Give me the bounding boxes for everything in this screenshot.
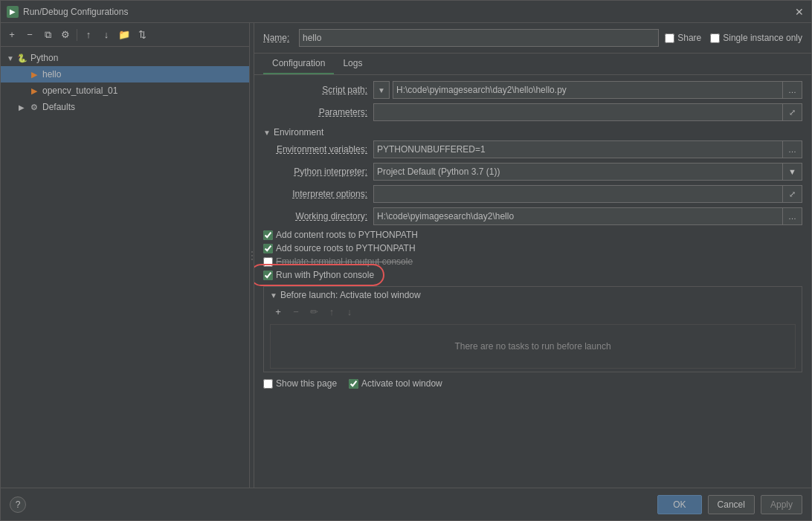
before-launch-up-btn[interactable]: ↑ (323, 303, 340, 320)
environment-arrow-icon: ▼ (263, 129, 271, 137)
sort-button[interactable]: ⇅ (134, 27, 150, 43)
tree-item-opencv[interactable]: ▶ opencv_tutorial_01 (1, 82, 249, 99)
single-instance-checkbox[interactable] (710, 33, 720, 43)
tab-logs[interactable]: Logs (334, 54, 371, 74)
add-content-roots-label[interactable]: Add content roots to PYTHONPATH (263, 230, 418, 240)
script-path-dropdown-btn[interactable]: ▼ (373, 81, 390, 99)
share-checkbox-label[interactable]: Share (665, 33, 701, 43)
show-page-label[interactable]: Show this page (263, 378, 337, 389)
config-tree: ▼ 🐍 Python ▶ hello ▶ opencv_tutorial_01 (1, 47, 249, 488)
bottom-checkboxes: Show this page Activate tool window (263, 378, 802, 389)
dialog-icon: ▶ (7, 6, 19, 18)
emulate-terminal-checkbox[interactable] (263, 257, 273, 267)
run-python-console-row: Run with Python console (263, 270, 802, 280)
run-debug-dialog: ▶ Run/Debug Configurations ✕ + − ⧉ ⚙ ↑ ↓… (0, 0, 812, 521)
env-variables-browse-btn[interactable]: … (783, 140, 802, 158)
python-interpreter-label: Python interpreter: (263, 166, 367, 177)
env-variables-input-group: … (373, 140, 802, 158)
run-python-console-checkbox[interactable] (263, 271, 273, 280)
title-bar: ▶ Run/Debug Configurations ✕ (1, 1, 811, 23)
single-instance-label: Single instance only (723, 33, 802, 43)
interpreter-options-input-group: ⤢ (373, 185, 802, 203)
python-interpreter-dropdown-btn[interactable]: ▼ (783, 163, 802, 181)
interpreter-options-input[interactable] (373, 185, 783, 203)
add-content-roots-row: Add content roots to PYTHONPATH (263, 230, 802, 240)
env-variables-row: Environment variables: … (263, 140, 802, 158)
footer-right: OK Cancel Apply (657, 495, 802, 514)
env-variables-input[interactable] (373, 140, 783, 158)
python-arrow-icon: ▼ (7, 54, 14, 62)
working-directory-browse-btn[interactable]: … (783, 207, 802, 225)
show-page-text: Show this page (276, 378, 337, 389)
add-content-roots-checkbox[interactable] (263, 230, 273, 240)
help-button[interactable]: ? (10, 496, 26, 513)
name-row: Name: Share Single instance only (254, 23, 811, 54)
activate-tool-window-checkbox[interactable] (349, 379, 358, 389)
script-path-input[interactable] (393, 81, 783, 99)
add-source-roots-label[interactable]: Add source roots to PYTHONPATH (263, 243, 416, 253)
python-interpreter-row: Python interpreter: ▼ (263, 163, 802, 181)
parameters-input[interactable] (373, 103, 783, 121)
main-content: + − ⧉ ⚙ ↑ ↓ 📁 ⇅ ▼ 🐍 Python (1, 23, 811, 488)
move-down-button[interactable]: ↓ (98, 27, 115, 43)
interpreter-options-row: Interpreter options: ⤢ (263, 185, 802, 203)
settings-config-button[interactable]: ⚙ (57, 27, 74, 43)
left-toolbar: + − ⧉ ⚙ ↑ ↓ 📁 ⇅ (1, 23, 249, 47)
add-source-roots-checkbox[interactable] (263, 244, 273, 253)
tab-configuration[interactable]: Configuration (263, 54, 334, 74)
script-path-browse-btn[interactable]: … (783, 81, 802, 99)
name-field-label: Name: (263, 33, 293, 43)
defaults-icon: ⚙ (29, 102, 39, 112)
tabs-row: Configuration Logs (254, 54, 811, 75)
add-content-roots-text: Add content roots to PYTHONPATH (276, 230, 418, 240)
working-directory-input[interactable] (373, 207, 783, 225)
parameters-expand-btn[interactable]: ⤢ (783, 103, 802, 121)
opencv-run-icon: ▶ (29, 85, 39, 96)
defaults-arrow-icon: ▶ (19, 103, 26, 111)
move-up-button[interactable]: ↑ (80, 27, 97, 43)
add-config-button[interactable]: + (4, 27, 20, 43)
share-checkbox[interactable] (665, 33, 674, 43)
dialog-title: Run/Debug Configurations (23, 7, 789, 17)
share-row: Share Single instance only (665, 33, 802, 43)
parameters-input-group: ⤢ (373, 103, 802, 121)
folder-button[interactable]: 📁 (116, 27, 132, 43)
configuration-area: Script path: ▼ … Parameters: ⤢ (254, 75, 811, 488)
before-launch-toolbar: + − ✏ ↑ ↓ (270, 303, 796, 320)
activate-tool-window-label[interactable]: Activate tool window (349, 378, 442, 389)
python-interpreter-input[interactable] (373, 163, 783, 181)
tree-item-python[interactable]: ▼ 🐍 Python (1, 50, 249, 66)
before-launch-remove-btn[interactable]: − (288, 303, 304, 320)
close-button[interactable]: ✕ (793, 6, 805, 18)
tree-item-defaults[interactable]: ▶ ⚙ Defaults (1, 99, 249, 115)
tree-item-hello[interactable]: ▶ hello (1, 66, 249, 82)
run-python-console-label[interactable]: Run with Python console (263, 270, 374, 280)
activate-tool-window-text: Activate tool window (361, 378, 442, 389)
script-path-input-group: … (393, 81, 802, 99)
before-launch-down-btn[interactable]: ↓ (341, 303, 358, 320)
show-page-checkbox[interactable] (263, 379, 273, 389)
copy-config-button[interactable]: ⧉ (39, 27, 56, 43)
emulate-terminal-text: Emulate terminal in output console (276, 256, 413, 267)
script-path-label: Script path: (263, 85, 367, 95)
single-instance-checkbox-label[interactable]: Single instance only (710, 33, 802, 43)
ok-button[interactable]: OK (657, 495, 701, 514)
interpreter-options-expand-btn[interactable]: ⤢ (783, 185, 802, 203)
python-interpreter-group: ▼ (373, 163, 802, 181)
emulate-terminal-label[interactable]: Emulate terminal in output console (263, 256, 413, 267)
before-launch-header: ▼ Before launch: Activate tool window (270, 290, 796, 300)
hello-run-icon: ▶ (29, 69, 39, 80)
run-python-console-highlight: Run with Python console (263, 270, 374, 280)
remove-config-button[interactable]: − (22, 27, 38, 43)
cancel-button[interactable]: Cancel (708, 495, 755, 514)
environment-label: Environment (274, 127, 323, 137)
working-directory-input-group: … (373, 207, 802, 225)
before-launch-section: ▼ Before launch: Activate tool window + … (263, 286, 802, 372)
before-launch-edit-btn[interactable]: ✏ (306, 303, 322, 320)
env-variables-label: Environment variables: (263, 144, 367, 155)
name-input[interactable] (299, 29, 659, 47)
before-launch-add-btn[interactable]: + (270, 303, 286, 320)
opencv-label: opencv_tutorial_01 (42, 85, 117, 96)
apply-button[interactable]: Apply (761, 495, 802, 514)
before-launch-label: Before launch: Activate tool window (280, 290, 421, 300)
